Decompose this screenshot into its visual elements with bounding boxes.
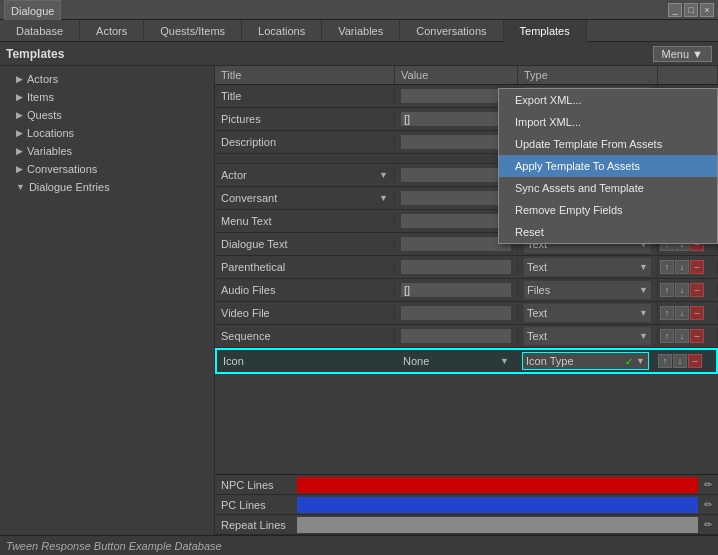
row-controls: ↑ ↓ – xyxy=(658,260,718,274)
tree-panel: ▶ Actors ▶ Items ▶ Quests ▶ Locations ▶ … xyxy=(0,66,215,535)
header-controls xyxy=(658,66,718,84)
field-type[interactable]: Files▼ xyxy=(518,279,658,301)
field-type[interactable]: Icon Type ✓ ▼ xyxy=(516,350,656,372)
menu-item-export-xml[interactable]: Export XML... xyxy=(499,89,717,111)
move-down-button[interactable]: ↓ xyxy=(673,354,687,368)
header-value: Value xyxy=(395,66,518,84)
repeat-lines-bar xyxy=(297,517,698,533)
field-value-input[interactable] xyxy=(401,135,511,149)
tree-item-variables[interactable]: ▶ Variables xyxy=(0,142,214,160)
remove-button[interactable]: – xyxy=(690,260,704,274)
move-up-button[interactable]: ↑ xyxy=(660,306,674,320)
field-value-input[interactable] xyxy=(401,191,511,205)
table-row: Video File Text▼ ↑ ↓ – xyxy=(215,302,718,325)
tree-label-locations: Locations xyxy=(27,127,74,139)
type-dropdown-arrow: ▼ xyxy=(639,262,648,272)
field-value[interactable]: None ▼ xyxy=(397,353,516,369)
tab-actors[interactable]: Actors xyxy=(80,20,144,42)
table-row: Parenthetical Text▼ ↑ ↓ – xyxy=(215,256,718,279)
menu-item-remove-empty[interactable]: Remove Empty Fields xyxy=(499,199,717,221)
tree-item-conversations[interactable]: ▶ Conversations xyxy=(0,160,214,178)
tab-bar: Database Actors Quests/Items Locations V… xyxy=(0,20,718,42)
remove-button[interactable]: – xyxy=(688,354,702,368)
move-up-button[interactable]: ↑ xyxy=(660,329,674,343)
row-controls: ↑ ↓ – xyxy=(656,354,716,368)
tab-conversations[interactable]: Conversations xyxy=(400,20,503,42)
tab-variables[interactable]: Variables xyxy=(322,20,400,42)
move-down-button[interactable]: ↓ xyxy=(675,329,689,343)
tree-item-quests[interactable]: ▶ Quests xyxy=(0,106,214,124)
repeat-lines-icon[interactable]: ✏ xyxy=(700,517,716,533)
field-type[interactable]: Text▼ xyxy=(518,325,658,347)
close-button[interactable]: × xyxy=(700,3,714,17)
field-value-input[interactable] xyxy=(401,89,511,103)
tab-templates[interactable]: Templates xyxy=(504,20,587,42)
field-value-input[interactable] xyxy=(401,237,511,251)
table-row-icon: Icon None ▼ Icon Type ✓ ▼ xyxy=(215,348,718,374)
npc-lines-icon[interactable]: ✏ xyxy=(700,477,716,493)
field-title: Menu Text xyxy=(215,213,395,229)
field-value[interactable] xyxy=(395,258,518,276)
arrow-locations: ▶ xyxy=(16,128,23,138)
field-value-input[interactable] xyxy=(401,260,511,274)
tree-item-dialogue-entries[interactable]: ▼ Dialogue Entries xyxy=(0,178,214,196)
remove-button[interactable]: – xyxy=(690,283,704,297)
menu-item-sync-assets[interactable]: Sync Assets and Template xyxy=(499,177,717,199)
arrow-dialogue-entries: ▼ xyxy=(16,182,25,192)
move-up-button[interactable]: ↑ xyxy=(660,260,674,274)
repeat-lines-row: Repeat Lines ✏ xyxy=(215,515,718,535)
menu-button[interactable]: Menu ▼ xyxy=(653,46,712,62)
arrow-variables: ▶ xyxy=(16,146,23,156)
tree-label-quests: Quests xyxy=(27,109,62,121)
window-title: Dialogue xyxy=(4,0,61,20)
move-down-button[interactable]: ↓ xyxy=(675,306,689,320)
arrow-conversations: ▶ xyxy=(16,164,23,174)
field-value-input[interactable] xyxy=(401,168,511,182)
minimize-button[interactable]: _ xyxy=(668,3,682,17)
move-down-button[interactable]: ↓ xyxy=(675,283,689,297)
tree-item-actors[interactable]: ▶ Actors xyxy=(0,70,214,88)
remove-button[interactable]: – xyxy=(690,329,704,343)
field-value-input[interactable] xyxy=(401,306,511,320)
tab-database[interactable]: Database xyxy=(0,20,80,42)
menu-item-import-xml[interactable]: Import XML... xyxy=(499,111,717,133)
field-value[interactable] xyxy=(395,327,518,345)
remove-button[interactable]: – xyxy=(690,306,704,320)
tree-label-conversations: Conversations xyxy=(27,163,97,175)
npc-lines-row: NPC Lines ✏ xyxy=(215,475,718,495)
tab-quests[interactable]: Quests/Items xyxy=(144,20,242,42)
tree-item-locations[interactable]: ▶ Locations xyxy=(0,124,214,142)
field-value-input[interactable] xyxy=(401,214,511,228)
context-menu: Export XML... Import XML... Update Templ… xyxy=(498,88,718,244)
field-value[interactable] xyxy=(395,281,518,299)
row-controls: ↑ ↓ – xyxy=(658,329,718,343)
menu-item-apply-template[interactable]: Apply Template To Assets xyxy=(499,155,717,177)
arrow-quests: ▶ xyxy=(16,110,23,120)
tree-label-actors: Actors xyxy=(27,73,58,85)
field-value-input[interactable] xyxy=(401,112,511,126)
menu-item-reset[interactable]: Reset xyxy=(499,221,717,243)
tree-item-items[interactable]: ▶ Items xyxy=(0,88,214,106)
field-title: Pictures xyxy=(215,111,395,127)
pc-lines-bar xyxy=(297,497,698,513)
tab-locations[interactable]: Locations xyxy=(242,20,322,42)
field-type[interactable]: Text▼ xyxy=(518,302,658,324)
field-value-input[interactable] xyxy=(401,329,511,343)
move-up-button[interactable]: ↑ xyxy=(660,283,674,297)
tree-label-items: Items xyxy=(27,91,54,103)
tree-label-dialogue-entries: Dialogue Entries xyxy=(29,181,110,193)
field-value[interactable] xyxy=(395,304,518,322)
move-up-button[interactable]: ↑ xyxy=(658,354,672,368)
field-title: Dialogue Text xyxy=(215,236,395,252)
menu-item-update-template[interactable]: Update Template From Assets xyxy=(499,133,717,155)
row-controls: ↑ ↓ – xyxy=(658,306,718,320)
arrow-items: ▶ xyxy=(16,92,23,102)
npc-lines-bar xyxy=(297,477,698,493)
table-header: Title Value Type xyxy=(215,66,718,85)
maximize-button[interactable]: □ xyxy=(684,3,698,17)
table-row: Audio Files Files▼ ↑ ↓ – xyxy=(215,279,718,302)
pc-lines-icon[interactable]: ✏ xyxy=(700,497,716,513)
move-down-button[interactable]: ↓ xyxy=(675,260,689,274)
field-type[interactable]: Text▼ xyxy=(518,256,658,278)
field-value-input[interactable] xyxy=(401,283,511,297)
